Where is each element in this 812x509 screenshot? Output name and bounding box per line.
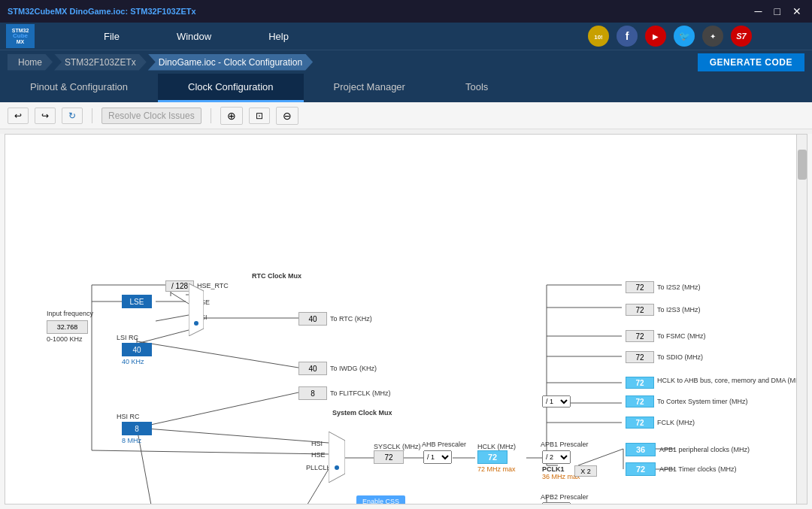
x2-box: X 2 <box>574 465 597 477</box>
breadcrumb-device[interactable]: STM32F103ZETx <box>54 54 147 71</box>
enable-css-button[interactable]: Enable CSS <box>356 495 405 504</box>
svg-point-62 <box>335 465 339 470</box>
hclk-value-box[interactable]: 72 <box>477 450 508 464</box>
breadcrumb: Home STM32F103ZETx DinoGame.ioc - Clock … <box>0 50 812 74</box>
logo: STM32 Cube MX <box>6 24 35 48</box>
toolbar-separator-2 <box>211 108 211 123</box>
toolbar-separator-1 <box>92 108 92 123</box>
pclk1-label: PCLK1 <box>542 465 565 473</box>
to-fsmc-label: To FSMC (MHz) <box>657 332 706 340</box>
hsi-value-box[interactable]: 8 <box>122 422 152 435</box>
svg-line-17 <box>137 428 329 443</box>
hclk-ahb-label: HCLK to AHB bus, core, memory and DMA (M… <box>657 377 806 384</box>
menu-file[interactable]: File <box>98 28 126 45</box>
apb1-periph-value[interactable]: 36 <box>626 443 656 456</box>
title-bar-controls[interactable]: ─ □ ✕ <box>752 5 804 17</box>
twitter-icon[interactable]: 🐦 <box>674 26 695 47</box>
to-rtc-label: To RTC (KHz) <box>330 315 372 323</box>
iwdg-value-box[interactable]: 40 <box>298 362 327 375</box>
main-content-area: Input frequency 32.768 0-1000 KHz LSE LS… <box>0 134 812 509</box>
svg-line-19 <box>92 450 329 454</box>
sysclk-value-box[interactable]: 72 <box>374 450 404 464</box>
input-freq-range: 0-1000 KHz <box>47 335 83 343</box>
input-freq-value[interactable]: 32.768 <box>47 320 88 334</box>
to-i2s2-label: To I2S2 (MHz) <box>657 283 701 291</box>
app-title: STM32CubeMX DinoGame.ioc: STM32F103ZETx <box>8 7 196 16</box>
svg-marker-59 <box>189 283 204 336</box>
toolbar: ↩ ↪ ↻ Resolve Clock Issues ⊕ ⊡ ⊖ <box>0 102 812 129</box>
network-icon[interactable]: ✦ <box>702 26 723 47</box>
fsmc-value-box[interactable]: 72 <box>626 330 654 342</box>
hclk-ahb-value[interactable]: 72 <box>626 377 654 389</box>
apb1-periph-label: APB1 peripheral clocks (MHz) <box>659 446 750 453</box>
apb1-timer-value[interactable]: 72 <box>626 462 656 476</box>
menu-window[interactable]: Window <box>171 28 217 45</box>
i2s3-value-box[interactable]: 72 <box>626 304 654 316</box>
zoom-in-button[interactable]: ⊕ <box>220 107 243 125</box>
hclk-max-label: 72 MHz max <box>477 465 516 473</box>
input-freq-label: Input frequency <box>47 310 93 317</box>
fclk-value[interactable]: 72 <box>626 417 654 429</box>
tab-tools[interactable]: Tools <box>435 74 518 102</box>
rtc-value-box[interactable]: 40 <box>298 312 327 326</box>
tab-bar: Pinout & Configuration Clock Configurati… <box>0 74 812 102</box>
svg-line-20 <box>283 469 329 504</box>
generate-code-button[interactable]: GENERATE CODE <box>698 53 804 71</box>
fclk-label: FCLK (MHz) <box>657 419 695 426</box>
close-button[interactable]: ✕ <box>789 5 804 17</box>
hclk-label: HCLK (MHz) <box>477 443 516 450</box>
apb1-div-select[interactable]: / 2 <box>542 450 571 464</box>
svg-line-8 <box>171 292 189 304</box>
hsi-mhz-label: 8 MHz <box>122 437 141 444</box>
scrollbar-thumb[interactable] <box>798 150 807 180</box>
svg-text:10!: 10! <box>594 34 603 41</box>
sys-mux-shape <box>329 432 345 483</box>
lsi-rc-label: LSI RC <box>117 334 138 341</box>
vertical-scrollbar[interactable] <box>796 135 807 504</box>
lsi-value-box[interactable]: 40 <box>122 343 152 356</box>
to-iwdg-label: To IWDG (KHz) <box>330 365 377 372</box>
svg-line-15 <box>137 341 298 368</box>
apb1-timer-label: APB1 Timer clocks (MHz) <box>659 465 737 473</box>
youtube-icon[interactable]: ▶ <box>645 26 666 47</box>
apb1-prescaler-label: APB1 Prescaler <box>541 441 589 448</box>
menu-bar: STM32 Cube MX File Window Help 10! f ▶ 🐦… <box>0 23 812 50</box>
resolve-clock-issues-button[interactable]: Resolve Clock Issues <box>102 108 201 124</box>
clock-diagram: Input frequency 32.768 0-1000 KHz LSE LS… <box>5 134 807 504</box>
minimize-button[interactable]: ─ <box>752 5 765 17</box>
hse-mux-label: HSE <box>311 451 326 459</box>
sys-clock-mux-label: System Clock Mux <box>332 409 392 417</box>
pllclk-mux-label: PLLCLK <box>306 464 332 471</box>
cortex-timer-value[interactable]: 72 <box>626 395 654 408</box>
facebook-icon[interactable]: f <box>617 26 638 47</box>
cortex-div-select[interactable]: / 1 <box>542 395 571 408</box>
tab-pinout[interactable]: Pinout & Configuration <box>0 74 158 102</box>
ahb-prescaler-label: AHB Prescaler <box>422 441 466 448</box>
flit-value-box[interactable]: 8 <box>298 386 327 400</box>
tab-project[interactable]: Project Manager <box>304 74 435 102</box>
hsi-mux-label: HSI <box>311 440 323 447</box>
maximize-button[interactable]: □ <box>771 5 783 17</box>
tab-clock[interactable]: Clock Configuration <box>158 74 303 102</box>
refresh-button[interactable]: ↻ <box>62 108 83 124</box>
stm-badge-icon: 10! <box>588 26 609 47</box>
apb2-div-select[interactable]: / 1 <box>542 502 571 504</box>
menu-help[interactable]: Help <box>262 28 295 45</box>
title-bar-left: STM32CubeMX DinoGame.ioc: STM32F103ZETx <box>8 7 196 16</box>
ahb-div-select[interactable]: / 1 <box>423 450 452 464</box>
redo-button[interactable]: ↪ <box>35 108 56 124</box>
zoom-fit-button[interactable]: ⊡ <box>249 108 270 124</box>
undo-button[interactable]: ↩ <box>8 108 29 124</box>
rtc-mux-shape <box>189 283 204 336</box>
hsi-rc-label: HSI RC <box>117 413 140 420</box>
i2s2-value-box[interactable]: 72 <box>626 281 654 293</box>
zoom-out-button[interactable]: ⊖ <box>276 107 298 125</box>
breadcrumb-project[interactable]: DinoGame.ioc - Clock Configuration <box>148 54 313 71</box>
st-icon[interactable]: S7 <box>731 26 752 47</box>
sdio-top-value-box[interactable]: 72 <box>626 351 654 363</box>
breadcrumb-home[interactable]: Home <box>8 54 53 71</box>
svg-point-60 <box>194 321 198 326</box>
to-i2s3-label: To I2S3 (MHz) <box>657 306 701 314</box>
social-icons: 10! f ▶ 🐦 ✦ S7 <box>588 26 752 47</box>
lse-box[interactable]: LSE <box>122 295 152 308</box>
